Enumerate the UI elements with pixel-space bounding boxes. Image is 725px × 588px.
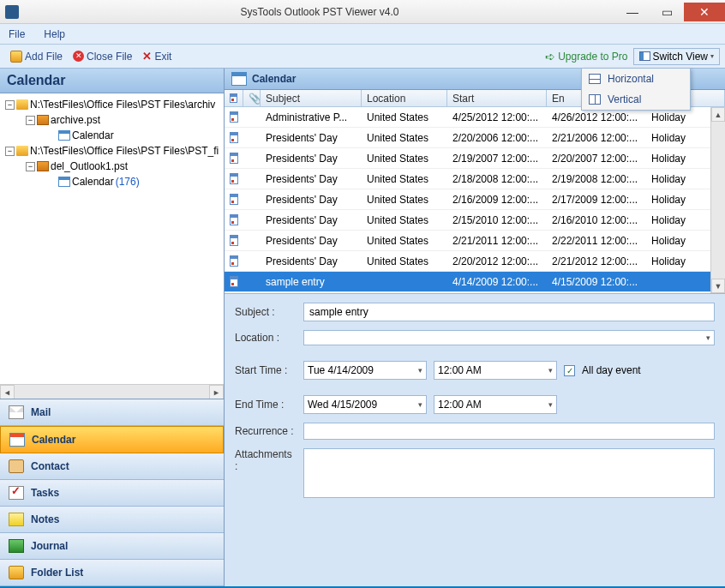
chevron-down-icon: ▾ xyxy=(710,52,714,60)
nav-notes[interactable]: Notes xyxy=(0,507,224,533)
start-time-value: 12:00 AM xyxy=(438,364,482,376)
left-panel-header: Calendar xyxy=(0,69,224,93)
vertical-icon xyxy=(589,94,601,105)
tree-collapse-icon[interactable]: − xyxy=(5,100,15,110)
event-row[interactable]: Presidents' DayUnited States2/20/2006 12… xyxy=(225,128,725,148)
event-start-cell: 4/25/2012 12:00:... xyxy=(447,111,547,123)
start-time-label: Start Time : xyxy=(235,364,297,376)
chevron-down-icon: ▾ xyxy=(418,366,422,375)
event-type-icon xyxy=(225,255,243,267)
contact-icon xyxy=(9,459,24,473)
col-start[interactable]: Start xyxy=(447,90,547,106)
tree-row-archive[interactable]: − archive.pst xyxy=(2,112,222,128)
upgrade-button[interactable]: ➪ Upgrade to Pro xyxy=(540,48,632,65)
tree-row-root2[interactable]: − N:\TestFiles\Office Files\PST Files\PS… xyxy=(2,143,222,159)
event-end-cell: 2/22/2011 12:00:... xyxy=(547,235,646,247)
nav-folder-list[interactable]: Folder List xyxy=(0,560,224,586)
nav-contact-label: Contact xyxy=(31,460,69,472)
tree-del-cal-label: Calendar xyxy=(72,176,114,188)
nav-calendar[interactable]: Calendar xyxy=(0,426,224,453)
attachments-box[interactable] xyxy=(303,448,715,498)
event-start-cell: 2/18/2008 12:00:... xyxy=(447,173,547,185)
tree-collapse-icon[interactable]: − xyxy=(5,147,15,156)
minimize-button[interactable]: — xyxy=(615,3,650,21)
add-file-button[interactable]: Add File xyxy=(5,49,68,64)
tree-row-del-cal[interactable]: Calendar (176) xyxy=(2,174,222,189)
menu-file[interactable]: File xyxy=(9,28,25,40)
event-start-cell: 2/19/2007 12:00:... xyxy=(447,153,547,165)
event-end-cell: 4/15/2009 12:00:... xyxy=(547,276,646,288)
event-start-cell: 2/20/2012 12:00:... xyxy=(447,255,547,267)
end-time-select[interactable]: 12:00 AM ▾ xyxy=(434,395,557,414)
tree-row-del[interactable]: − del_Outlook1.pst xyxy=(2,159,222,174)
switch-horizontal-item[interactable]: Horizontal xyxy=(582,69,690,89)
event-row[interactable]: sample entry4/14/2009 12:00:...4/15/2009… xyxy=(225,272,725,292)
col-attachment[interactable]: 📎 xyxy=(243,90,261,106)
left-panel: Calendar − N:\TestFiles\Office Files\PST… xyxy=(0,69,225,586)
exit-button[interactable]: ✕ Exit xyxy=(137,48,177,64)
end-date-select[interactable]: Wed 4/15/2009 ▾ xyxy=(303,395,427,414)
event-type-icon xyxy=(225,132,243,143)
col-location[interactable]: Location xyxy=(362,90,447,106)
col-subject[interactable]: Subject xyxy=(261,90,362,106)
event-end-cell: 2/20/2007 12:00:... xyxy=(547,153,646,165)
subject-input[interactable] xyxy=(303,303,715,321)
event-start-cell: 2/20/2006 12:00:... xyxy=(447,132,547,144)
tree-horizontal-scrollbar[interactable]: ◄ ► xyxy=(0,384,224,399)
nav-mail-label: Mail xyxy=(31,406,51,418)
event-row[interactable]: Presidents' DayUnited States2/15/2010 12… xyxy=(225,210,725,231)
event-row[interactable]: Presidents' DayUnited States2/19/2007 12… xyxy=(225,148,725,169)
col-icon[interactable] xyxy=(225,90,243,106)
tree-collapse-icon[interactable]: − xyxy=(26,162,35,171)
all-day-checkbox[interactable]: ✓ xyxy=(564,365,575,376)
tree-row-root1[interactable]: − N:\TestFiles\Office Files\PST Files\ar… xyxy=(2,97,222,112)
folder-icon xyxy=(16,146,28,156)
event-row[interactable]: Presidents' DayUnited States2/16/2009 12… xyxy=(225,189,725,210)
nav-tasks[interactable]: Tasks xyxy=(0,480,224,507)
pst-file-icon xyxy=(37,161,49,171)
event-location-cell: United States xyxy=(362,132,447,144)
event-row[interactable]: Presidents' DayUnited States2/20/2012 12… xyxy=(225,251,725,272)
location-select[interactable]: ▾ xyxy=(303,330,715,345)
close-file-button[interactable]: ✕ Close File xyxy=(68,49,137,64)
tree-root2-label: N:\TestFiles\Office Files\PST Files\PST_… xyxy=(30,145,219,157)
event-list-scrollbar[interactable]: ▲ ▼ xyxy=(710,107,725,293)
all-day-label: All day event xyxy=(582,364,641,376)
event-end-cell: 2/16/2010 12:00:... xyxy=(547,214,646,226)
event-subject-cell: Administrative P... xyxy=(261,111,362,123)
event-row[interactable]: Presidents' DayUnited States2/21/2011 12… xyxy=(225,231,725,251)
tree-collapse-icon[interactable]: − xyxy=(26,116,35,125)
switch-view-button[interactable]: Switch View ▾ xyxy=(633,48,720,65)
close-file-icon: ✕ xyxy=(73,51,84,62)
nav-mail[interactable]: Mail xyxy=(0,399,224,426)
scroll-right-icon[interactable]: ► xyxy=(209,385,224,399)
event-location-cell: United States xyxy=(362,111,447,123)
chevron-down-icon: ▾ xyxy=(548,366,553,375)
menu-help[interactable]: Help xyxy=(44,28,65,40)
attachments-label: Attachments : xyxy=(235,448,297,472)
scroll-up-icon[interactable]: ▲ xyxy=(711,107,725,122)
scroll-down-icon[interactable]: ▼ xyxy=(711,279,725,293)
end-time-label: End Time : xyxy=(235,399,297,411)
right-panel: Calendar 📎 Subject Location Start En ies… xyxy=(225,69,725,586)
upgrade-label: Upgrade to Pro xyxy=(558,51,627,63)
scroll-left-icon[interactable]: ◄ xyxy=(0,385,15,399)
nav-contact[interactable]: Contact xyxy=(0,453,224,480)
event-row[interactable]: Presidents' DayUnited States2/18/2008 12… xyxy=(225,169,725,189)
app-icon xyxy=(5,5,19,19)
recurrence-input[interactable] xyxy=(303,423,715,440)
chevron-down-icon: ▾ xyxy=(706,333,710,342)
tree-row-archive-cal[interactable]: Calendar xyxy=(2,128,222,143)
event-type-icon xyxy=(225,194,243,205)
start-date-select[interactable]: Tue 4/14/2009 ▾ xyxy=(303,361,427,380)
start-time-select[interactable]: 12:00 AM ▾ xyxy=(434,361,557,380)
event-subject-cell: Presidents' Day xyxy=(261,194,362,206)
event-list: 📎 Subject Location Start En ies Administ… xyxy=(225,90,725,294)
close-button[interactable]: ✕ xyxy=(684,3,725,21)
calendar-icon xyxy=(231,72,247,86)
maximize-button[interactable]: ▭ xyxy=(650,3,684,21)
mail-icon xyxy=(9,405,24,419)
switch-vertical-item[interactable]: Vertical xyxy=(582,89,690,110)
event-start-cell: 2/21/2011 12:00:... xyxy=(447,235,547,247)
nav-journal[interactable]: Journal xyxy=(0,533,224,560)
